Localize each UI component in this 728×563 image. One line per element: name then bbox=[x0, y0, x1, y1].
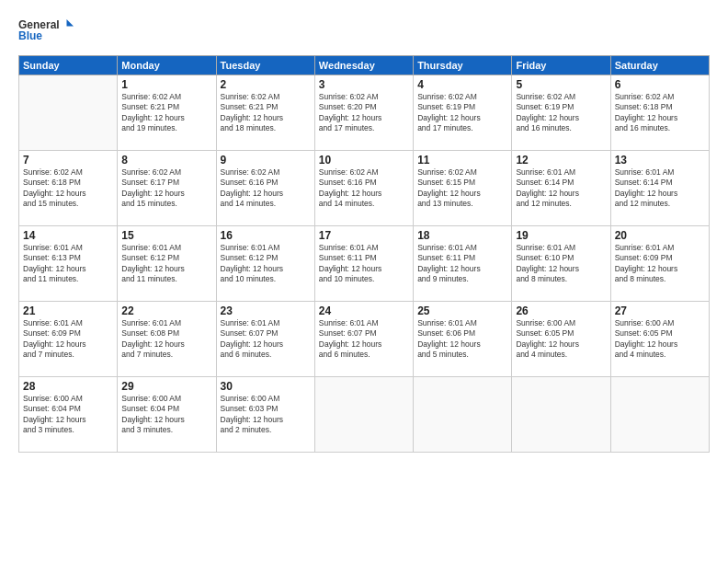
day-info: Sunrise: 6:01 AM Sunset: 6:11 PM Dayligh… bbox=[417, 243, 507, 285]
calendar-cell: 3Sunrise: 6:02 AM Sunset: 6:20 PM Daylig… bbox=[314, 75, 413, 151]
day-number: 23 bbox=[221, 304, 311, 317]
day-info: Sunrise: 6:00 AM Sunset: 6:03 PM Dayligh… bbox=[221, 394, 311, 436]
day-number: 19 bbox=[516, 229, 606, 242]
col-header-monday: Monday bbox=[118, 56, 216, 75]
calendar-cell: 19Sunrise: 6:01 AM Sunset: 6:10 PM Dayli… bbox=[512, 226, 610, 302]
calendar-cell: 6Sunrise: 6:02 AM Sunset: 6:18 PM Daylig… bbox=[610, 75, 709, 151]
day-number: 12 bbox=[516, 154, 606, 167]
day-number: 4 bbox=[417, 78, 507, 91]
calendar-cell: 22Sunrise: 6:01 AM Sunset: 6:08 PM Dayli… bbox=[118, 302, 216, 377]
day-number: 6 bbox=[615, 78, 705, 91]
day-number: 10 bbox=[319, 154, 409, 167]
day-info: Sunrise: 6:00 AM Sunset: 6:04 PM Dayligh… bbox=[23, 394, 113, 436]
day-info: Sunrise: 6:00 AM Sunset: 6:04 PM Dayligh… bbox=[121, 394, 211, 436]
day-info: Sunrise: 6:00 AM Sunset: 6:05 PM Dayligh… bbox=[615, 318, 705, 361]
calendar-cell: 7Sunrise: 6:02 AM Sunset: 6:18 PM Daylig… bbox=[19, 151, 118, 226]
page: General Blue SundayMondayTuesdayWednesda… bbox=[0, 0, 728, 563]
day-number: 17 bbox=[319, 229, 409, 242]
calendar-cell: 26Sunrise: 6:00 AM Sunset: 6:05 PM Dayli… bbox=[512, 302, 610, 377]
day-number: 16 bbox=[221, 229, 311, 242]
day-number: 30 bbox=[221, 380, 311, 393]
week-row-2: 7Sunrise: 6:02 AM Sunset: 6:18 PM Daylig… bbox=[19, 151, 710, 226]
day-number: 15 bbox=[121, 229, 211, 242]
day-info: Sunrise: 6:01 AM Sunset: 6:08 PM Dayligh… bbox=[121, 318, 211, 361]
day-number: 7 bbox=[23, 154, 113, 167]
day-number: 20 bbox=[615, 229, 705, 242]
day-info: Sunrise: 6:02 AM Sunset: 6:18 PM Dayligh… bbox=[23, 167, 113, 210]
calendar-cell: 27Sunrise: 6:00 AM Sunset: 6:05 PM Dayli… bbox=[610, 302, 709, 377]
calendar-cell: 11Sunrise: 6:02 AM Sunset: 6:15 PM Dayli… bbox=[414, 151, 512, 226]
day-info: Sunrise: 6:01 AM Sunset: 6:14 PM Dayligh… bbox=[615, 167, 705, 210]
day-info: Sunrise: 6:02 AM Sunset: 6:21 PM Dayligh… bbox=[221, 92, 311, 134]
day-info: Sunrise: 6:02 AM Sunset: 6:21 PM Dayligh… bbox=[121, 92, 211, 134]
col-header-sunday: Sunday bbox=[19, 56, 118, 75]
day-info: Sunrise: 6:02 AM Sunset: 6:18 PM Dayligh… bbox=[615, 92, 705, 134]
calendar-cell: 17Sunrise: 6:01 AM Sunset: 6:11 PM Dayli… bbox=[314, 226, 413, 302]
day-info: Sunrise: 6:02 AM Sunset: 6:19 PM Dayligh… bbox=[516, 92, 606, 134]
calendar-cell bbox=[512, 377, 610, 453]
day-number: 26 bbox=[516, 304, 606, 317]
week-row-5: 28Sunrise: 6:00 AM Sunset: 6:04 PM Dayli… bbox=[19, 377, 710, 453]
day-info: Sunrise: 6:01 AM Sunset: 6:13 PM Dayligh… bbox=[23, 243, 113, 285]
week-row-1: 1Sunrise: 6:02 AM Sunset: 6:21 PM Daylig… bbox=[19, 75, 710, 151]
day-number: 24 bbox=[319, 304, 409, 317]
day-number: 14 bbox=[23, 229, 113, 242]
col-header-tuesday: Tuesday bbox=[216, 56, 314, 75]
day-info: Sunrise: 6:02 AM Sunset: 6:16 PM Dayligh… bbox=[319, 167, 409, 210]
calendar-cell bbox=[19, 75, 118, 151]
calendar-table: SundayMondayTuesdayWednesdayThursdayFrid… bbox=[18, 55, 710, 453]
calendar-cell: 1Sunrise: 6:02 AM Sunset: 6:21 PM Daylig… bbox=[118, 75, 216, 151]
day-info: Sunrise: 6:01 AM Sunset: 6:11 PM Dayligh… bbox=[319, 243, 409, 285]
day-number: 18 bbox=[417, 229, 507, 242]
day-number: 21 bbox=[23, 304, 113, 317]
calendar-cell: 18Sunrise: 6:01 AM Sunset: 6:11 PM Dayli… bbox=[414, 226, 512, 302]
day-info: Sunrise: 6:01 AM Sunset: 6:06 PM Dayligh… bbox=[417, 318, 507, 361]
week-row-3: 14Sunrise: 6:01 AM Sunset: 6:13 PM Dayli… bbox=[19, 226, 710, 302]
day-number: 3 bbox=[319, 78, 409, 91]
calendar-cell bbox=[314, 377, 413, 453]
week-row-4: 21Sunrise: 6:01 AM Sunset: 6:09 PM Dayli… bbox=[19, 302, 710, 377]
day-info: Sunrise: 6:02 AM Sunset: 6:17 PM Dayligh… bbox=[121, 167, 211, 210]
day-info: Sunrise: 6:01 AM Sunset: 6:09 PM Dayligh… bbox=[615, 243, 705, 285]
calendar-cell: 9Sunrise: 6:02 AM Sunset: 6:16 PM Daylig… bbox=[216, 151, 314, 226]
day-number: 25 bbox=[417, 304, 507, 317]
day-number: 8 bbox=[121, 154, 211, 167]
calendar-cell: 24Sunrise: 6:01 AM Sunset: 6:07 PM Dayli… bbox=[314, 302, 413, 377]
calendar-header-row: SundayMondayTuesdayWednesdayThursdayFrid… bbox=[19, 56, 710, 75]
calendar-cell: 28Sunrise: 6:00 AM Sunset: 6:04 PM Dayli… bbox=[19, 377, 118, 453]
calendar-cell bbox=[414, 377, 512, 453]
day-number: 27 bbox=[615, 304, 705, 317]
day-number: 11 bbox=[417, 154, 507, 167]
calendar-cell: 12Sunrise: 6:01 AM Sunset: 6:14 PM Dayli… bbox=[512, 151, 610, 226]
day-number: 28 bbox=[23, 380, 113, 393]
calendar-cell: 23Sunrise: 6:01 AM Sunset: 6:07 PM Dayli… bbox=[216, 302, 314, 377]
calendar-cell: 29Sunrise: 6:00 AM Sunset: 6:04 PM Dayli… bbox=[118, 377, 216, 453]
day-info: Sunrise: 6:01 AM Sunset: 6:10 PM Dayligh… bbox=[516, 243, 606, 285]
day-number: 5 bbox=[516, 78, 606, 91]
day-number: 2 bbox=[221, 78, 311, 91]
calendar-cell: 15Sunrise: 6:01 AM Sunset: 6:12 PM Dayli… bbox=[118, 226, 216, 302]
calendar-cell: 8Sunrise: 6:02 AM Sunset: 6:17 PM Daylig… bbox=[118, 151, 216, 226]
calendar-cell: 2Sunrise: 6:02 AM Sunset: 6:21 PM Daylig… bbox=[216, 75, 314, 151]
day-info: Sunrise: 6:02 AM Sunset: 6:15 PM Dayligh… bbox=[417, 167, 507, 210]
day-info: Sunrise: 6:01 AM Sunset: 6:07 PM Dayligh… bbox=[221, 318, 311, 361]
day-info: Sunrise: 6:02 AM Sunset: 6:16 PM Dayligh… bbox=[221, 167, 311, 210]
day-number: 29 bbox=[121, 380, 211, 393]
svg-marker-2 bbox=[67, 19, 74, 27]
day-info: Sunrise: 6:01 AM Sunset: 6:14 PM Dayligh… bbox=[516, 167, 606, 210]
logo-svg: General Blue bbox=[18, 14, 74, 46]
day-number: 13 bbox=[615, 154, 705, 167]
calendar-cell: 5Sunrise: 6:02 AM Sunset: 6:19 PM Daylig… bbox=[512, 75, 610, 151]
day-info: Sunrise: 6:02 AM Sunset: 6:19 PM Dayligh… bbox=[417, 92, 507, 134]
calendar-cell: 21Sunrise: 6:01 AM Sunset: 6:09 PM Dayli… bbox=[19, 302, 118, 377]
logo: General Blue bbox=[18, 14, 74, 46]
calendar-cell: 13Sunrise: 6:01 AM Sunset: 6:14 PM Dayli… bbox=[610, 151, 709, 226]
calendar-cell: 16Sunrise: 6:01 AM Sunset: 6:12 PM Dayli… bbox=[216, 226, 314, 302]
svg-text:Blue: Blue bbox=[18, 29, 42, 42]
day-number: 9 bbox=[221, 154, 311, 167]
day-info: Sunrise: 6:01 AM Sunset: 6:09 PM Dayligh… bbox=[23, 318, 113, 361]
day-info: Sunrise: 6:01 AM Sunset: 6:07 PM Dayligh… bbox=[319, 318, 409, 361]
calendar-cell: 14Sunrise: 6:01 AM Sunset: 6:13 PM Dayli… bbox=[19, 226, 118, 302]
calendar-cell: 20Sunrise: 6:01 AM Sunset: 6:09 PM Dayli… bbox=[610, 226, 709, 302]
day-info: Sunrise: 6:01 AM Sunset: 6:12 PM Dayligh… bbox=[221, 243, 311, 285]
